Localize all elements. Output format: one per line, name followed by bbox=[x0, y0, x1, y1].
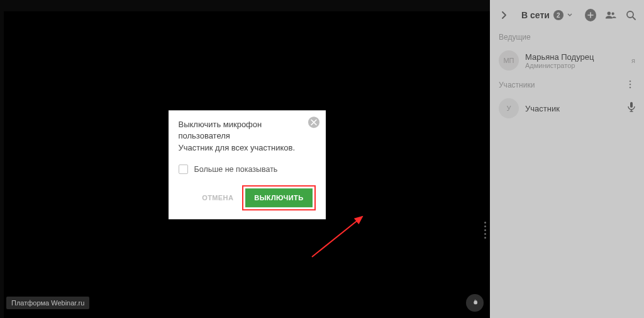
dialog-line1: Выключить микрофон пользователя bbox=[179, 120, 262, 141]
svg-rect-8 bbox=[630, 102, 633, 108]
dont-show-row: Больше не показывать bbox=[179, 164, 316, 174]
participant-info: Участник bbox=[525, 104, 621, 113]
participants-section-header: Участники bbox=[490, 76, 644, 93]
reactions-button[interactable] bbox=[466, 294, 484, 312]
dialog-actions: ОТМЕНА ВЫКЛЮЧИТЬ bbox=[179, 185, 316, 210]
host-avatar: МП bbox=[499, 50, 519, 71]
participant-mic-button[interactable] bbox=[628, 102, 635, 115]
chevron-right-icon bbox=[501, 11, 507, 19]
dialog-line2: Участник для всех участников. bbox=[179, 143, 296, 152]
online-dropdown[interactable]: В сети 2 bbox=[521, 10, 572, 20]
dont-show-checkbox[interactable] bbox=[179, 164, 188, 174]
svg-point-5 bbox=[630, 81, 631, 82]
you-badge: я bbox=[631, 57, 635, 64]
plus-circle-icon bbox=[585, 9, 596, 21]
svg-line-4 bbox=[633, 17, 635, 20]
footer-bar: Платформа Webinar.ru bbox=[6, 294, 484, 312]
confirm-highlight: ВЫКЛЮЧИТЬ bbox=[242, 185, 315, 210]
caret-down-icon bbox=[567, 13, 572, 17]
hosts-section-label: Ведущие bbox=[490, 28, 644, 45]
host-info: Марьяна Подурец Администратор bbox=[525, 52, 625, 69]
svg-line-0 bbox=[312, 217, 362, 257]
dialog-close-button[interactable] bbox=[308, 116, 319, 128]
video-stage: У Выключить микрофон пользователя Участн… bbox=[4, 11, 490, 318]
confirm-mute-button[interactable]: ВЫКЛЮЧИТЬ bbox=[245, 188, 312, 207]
close-icon bbox=[311, 119, 317, 125]
host-initials: МП bbox=[503, 57, 514, 64]
mute-confirm-dialog: Выключить микрофон пользователя Участник… bbox=[169, 110, 326, 220]
more-vert-icon bbox=[629, 80, 631, 89]
people-button[interactable] bbox=[605, 9, 616, 21]
search-button[interactable] bbox=[625, 9, 636, 21]
cancel-button[interactable]: ОТМЕНА bbox=[199, 189, 236, 207]
participant-name: Участник bbox=[525, 104, 621, 113]
online-count-badge: 2 bbox=[553, 10, 564, 20]
flame-icon bbox=[470, 298, 479, 307]
header-actions bbox=[585, 9, 636, 21]
main-video-area: У Выключить микрофон пользователя Участн… bbox=[0, 0, 490, 318]
host-role: Администратор bbox=[525, 62, 625, 69]
platform-label: Платформа Webinar.ru bbox=[6, 297, 89, 309]
collapse-button[interactable] bbox=[497, 9, 510, 21]
resize-handle-icon[interactable] bbox=[484, 222, 486, 239]
people-icon bbox=[605, 11, 616, 20]
microphone-icon bbox=[628, 102, 635, 112]
svg-point-1 bbox=[608, 12, 611, 15]
host-name: Марьяна Подурец bbox=[525, 52, 625, 62]
participants-section-label: Участники bbox=[490, 76, 543, 93]
participants-more-button[interactable] bbox=[625, 80, 635, 89]
participant-row[interactable]: У Участник bbox=[490, 93, 644, 123]
svg-point-7 bbox=[630, 87, 631, 89]
dont-show-label: Больше не показывать bbox=[194, 165, 278, 174]
svg-point-6 bbox=[630, 84, 631, 86]
sidebar-header: В сети 2 bbox=[490, 0, 644, 28]
svg-point-2 bbox=[611, 13, 614, 15]
host-row[interactable]: МП Марьяна Подурец Администратор я bbox=[490, 45, 644, 76]
dialog-message: Выключить микрофон пользователя Участник… bbox=[179, 119, 316, 155]
annotation-arrow bbox=[306, 213, 381, 263]
participants-sidebar: В сети 2 Ведущие МП Марьяна Подурец Адми bbox=[490, 0, 644, 318]
search-icon bbox=[626, 10, 636, 20]
online-label: В сети bbox=[521, 10, 550, 20]
participant-initials: У bbox=[507, 105, 511, 112]
add-participant-button[interactable] bbox=[585, 9, 596, 21]
participant-avatar: У bbox=[499, 98, 519, 118]
